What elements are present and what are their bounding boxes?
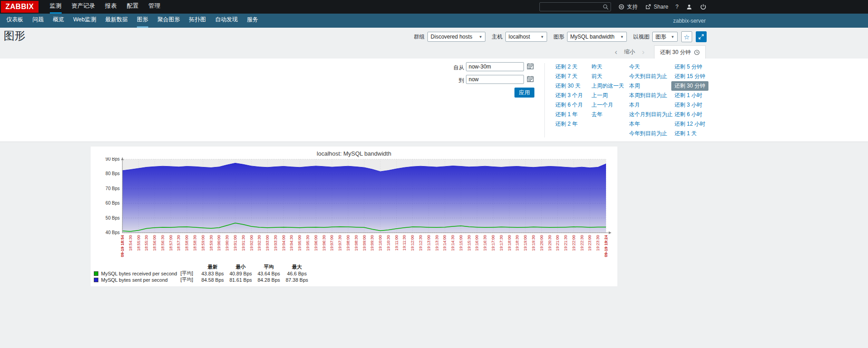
time-preset-link[interactable]: 还剩 15 分钟 (674, 72, 705, 81)
chevron-down-icon: ▼ (479, 35, 482, 39)
view-as-label: 以视图 (633, 33, 650, 41)
time-preset-link[interactable]: 上周的这一天 (592, 81, 624, 91)
legend-series-value: 81.61 Bps (227, 277, 255, 283)
main-menu-item-0[interactable]: 监测 (50, 0, 62, 14)
svg-text:19:10:30: 19:10:30 (386, 235, 391, 251)
server-name-label: zabbix-server (673, 18, 706, 24)
group-select[interactable]: Discovered hosts▼ (427, 32, 485, 42)
time-preset-column-4: 还剩 5 分钟还剩 15 分钟还剩 30 分钟还剩 1 小时还剩 3 小时还剩 … (674, 62, 708, 138)
share-icon (645, 4, 651, 10)
svg-text:19:00:30: 19:00:30 (225, 235, 229, 251)
time-to-input[interactable] (466, 75, 524, 84)
time-preset-link[interactable]: 昨天 (592, 62, 602, 72)
share-link[interactable]: Share (645, 4, 668, 10)
svg-text:40 Bps: 40 Bps (106, 230, 120, 235)
search-input[interactable] (539, 2, 611, 11)
time-preset-link[interactable]: 今天 (629, 62, 640, 72)
graph-filter-controls: 群组 Discovered hosts▼ 主机 localhost▼ 图形 My… (410, 31, 707, 42)
sub-menu-item-1[interactable]: 问题 (33, 14, 44, 28)
sub-menu-item-6[interactable]: 聚合图形 (157, 14, 180, 28)
time-preset-link[interactable]: 还剩 3 小时 (674, 100, 702, 110)
legend-series-value: 46.6 Bps (283, 271, 311, 276)
support-label: 支持 (627, 3, 638, 11)
time-preset-link[interactable]: 本周到目前为止 (629, 91, 667, 100)
time-preset-link[interactable]: 本年 (629, 119, 640, 129)
time-preset-link[interactable]: 这个月到目前为止 (629, 110, 673, 119)
apply-button[interactable]: 应用 (514, 88, 534, 98)
time-preset-link[interactable]: 本周 (629, 81, 640, 91)
time-preset-link[interactable]: 还剩 1 小时 (674, 91, 702, 100)
support-icon (618, 4, 625, 10)
time-preset-link[interactable]: 前天 (592, 72, 602, 81)
time-preset-link[interactable]: 还剩 1 天 (674, 129, 697, 138)
zabbix-logo[interactable]: ZABBIX (1, 1, 39, 13)
host-select[interactable]: localhost▼ (505, 32, 547, 42)
to-calendar-button[interactable] (526, 75, 535, 84)
svg-text:19:08:30: 19:08:30 (354, 235, 359, 251)
sub-menu-item-3[interactable]: Web监测 (73, 14, 96, 28)
time-back-button[interactable]: ‹ (613, 48, 619, 56)
sub-menu-item-7[interactable]: 拓扑图 (189, 14, 206, 28)
legend-series-function: [平均] (180, 276, 199, 283)
time-preset-link[interactable]: 还剩 2 天 (555, 62, 577, 72)
help-link[interactable]: ? (675, 4, 679, 10)
time-range-tab[interactable]: 还剩 30 分钟 (654, 45, 706, 59)
from-calendar-button[interactable] (526, 62, 535, 71)
zoom-out-button[interactable]: 缩小 (624, 48, 635, 56)
time-preset-link[interactable]: 还剩 6 小时 (674, 110, 702, 119)
main-menu-item-3[interactable]: 配置 (127, 0, 139, 14)
time-preset-link[interactable]: 还剩 3 个月 (555, 91, 583, 100)
sub-menu-item-8[interactable]: 自动发现 (215, 14, 238, 28)
svg-text:19:05:00: 19:05:00 (297, 235, 302, 251)
main-menu-item-1[interactable]: 资产记录 (72, 0, 95, 14)
svg-text:18:57:00: 18:57:00 (169, 235, 173, 251)
time-preset-link[interactable]: 去年 (592, 110, 602, 119)
kiosk-mode-button[interactable] (696, 31, 707, 42)
profile-link[interactable] (686, 4, 693, 10)
time-preset-link[interactable]: 还剩 30 分钟 (671, 81, 708, 91)
svg-text:19:22:00: 19:22:00 (572, 235, 576, 251)
legend-header-row: 最新最小平均最大 (94, 264, 617, 270)
time-preset-link[interactable]: 上一个月 (592, 100, 613, 110)
legend-series-value: 84.58 Bps (199, 277, 227, 283)
svg-text:18:59:00: 18:59:00 (201, 235, 205, 251)
support-link[interactable]: 支持 (618, 3, 638, 11)
time-preset-link[interactable]: 还剩 6 个月 (555, 100, 583, 110)
svg-text:18:58:00: 18:58:00 (184, 235, 189, 251)
svg-text:19:21:00: 19:21:00 (555, 235, 560, 251)
svg-text:09-19 19:24: 09-19 19:24 (604, 235, 608, 257)
view-as-select[interactable]: 图形▼ (652, 32, 678, 42)
sub-menu-item-9[interactable]: 服务 (247, 14, 258, 28)
time-forward-button[interactable]: › (640, 48, 646, 56)
sub-navigation-bar: 仪表板问题概览Web监测最新数据图形聚合图形拓扑图自动发现服务 zabbix-s… (0, 14, 868, 28)
graph-select[interactable]: MySQL bandwidth▼ (567, 32, 627, 42)
legend-series-function: [平均] (180, 270, 199, 277)
sub-menu-item-0[interactable]: 仪表板 (6, 14, 24, 28)
svg-text:19:14:30: 19:14:30 (451, 235, 455, 251)
help-icon: ? (675, 4, 679, 10)
time-preset-link[interactable]: 本月 (629, 100, 640, 110)
main-menu-item-4[interactable]: 管理 (149, 0, 160, 14)
time-preset-link[interactable]: 还剩 7 天 (555, 72, 577, 81)
main-menu-item-2[interactable]: 报表 (105, 0, 117, 14)
time-preset-link[interactable]: 上一周 (592, 91, 608, 100)
time-preset-link[interactable]: 还剩 30 天 (555, 81, 581, 91)
svg-text:19:20:00: 19:20:00 (539, 235, 544, 251)
sub-menu-item-5[interactable]: 图形 (137, 14, 148, 28)
add-to-favourites-button[interactable]: ☆ (681, 31, 692, 42)
time-preset-link[interactable]: 今天到目前为止 (629, 72, 667, 81)
svg-text:19:17:00: 19:17:00 (491, 235, 495, 251)
search-icon[interactable] (602, 4, 609, 10)
time-preset-link[interactable]: 还剩 1 年 (555, 110, 577, 119)
logout-link[interactable] (700, 4, 707, 10)
svg-text:19:12:00: 19:12:00 (410, 235, 415, 251)
time-from-input[interactable] (466, 62, 524, 71)
time-preset-link[interactable]: 还剩 5 分钟 (674, 62, 702, 72)
time-preset-link[interactable]: 今年到目前为止 (629, 129, 667, 138)
time-preset-link[interactable]: 还剩 2 年 (555, 119, 577, 129)
sub-menu-item-4[interactable]: 最新数据 (105, 14, 128, 28)
svg-text:18:54:30: 18:54:30 (128, 235, 133, 251)
time-preset-link[interactable]: 还剩 12 小时 (674, 119, 705, 129)
sub-menu-item-2[interactable]: 概览 (53, 14, 64, 28)
legend-series-swatch (94, 271, 98, 276)
